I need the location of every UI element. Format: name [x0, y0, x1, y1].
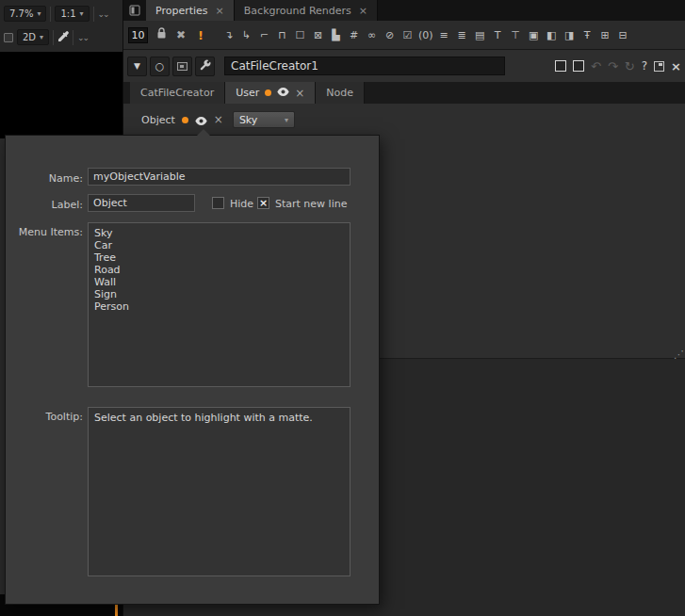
- glasses-off-icon[interactable]: ⊘: [383, 29, 397, 41]
- close-icon[interactable]: ×: [214, 113, 223, 126]
- panel-color-swatch[interactable]: [573, 60, 584, 72]
- orange-dot-icon[interactable]: [182, 117, 188, 123]
- tooltip-textarea[interactable]: Select an object to highlight with a mat…: [88, 407, 351, 576]
- object-dropdown[interactable]: Sky ▾: [233, 111, 295, 128]
- close-icon[interactable]: ×: [295, 87, 304, 100]
- hash-icon[interactable]: #: [347, 29, 361, 41]
- tab-properties[interactable]: Properties ×: [146, 0, 235, 21]
- view-mode-value: 2D: [23, 32, 36, 42]
- view-mode-select[interactable]: 2D ▾: [17, 29, 49, 45]
- collapse-chevrons-icon[interactable]: ⌄⌄: [98, 9, 108, 19]
- tab-label: Node: [326, 87, 353, 99]
- close-icon[interactable]: ×: [216, 5, 224, 17]
- float-panel-icon[interactable]: [654, 61, 664, 72]
- viewer-controls-row-2: 2D ▾ ⌄⌄: [2, 25, 121, 49]
- viewer-controls: 7.7% ▾ 1:1 ▾ ⌄⌄ 2D ▾ ⌄⌄: [0, 0, 122, 52]
- node-color-button[interactable]: [172, 57, 192, 76]
- align-justify-icon[interactable]: ≣: [455, 29, 469, 41]
- revert-icon[interactable]: ↻: [625, 59, 635, 73]
- tab-background-renders[interactable]: Background Renders ×: [235, 0, 378, 21]
- max-panels-field[interactable]: 10: [128, 27, 148, 43]
- eye-icon[interactable]: [277, 87, 289, 99]
- manage-knobs-button[interactable]: [195, 57, 215, 76]
- tab-catfilecreator[interactable]: CatFileCreator: [130, 82, 225, 104]
- transform-knob-icon[interactable]: ⊠: [311, 29, 325, 41]
- tab-right-icon[interactable]: ◨: [563, 29, 577, 41]
- node-name-input[interactable]: [224, 57, 505, 75]
- check-mark-icon: ×: [259, 198, 268, 208]
- redo-icon[interactable]: ↷: [608, 59, 618, 73]
- properties-toolbar: 10 ✖ ! ↴ ↳ ⌐ ⊓ ☐ ⊠ ▙ # ∞ ⊘ ☑ (0) ≡ ≣ ▤ T: [123, 21, 685, 50]
- close-all-icon[interactable]: ✖: [174, 28, 188, 41]
- viewer-mode-icon: [4, 33, 13, 42]
- panel-layout-icon[interactable]: [123, 0, 146, 21]
- zoom-value: 7.7%: [9, 8, 33, 19]
- tooltip-label: Tooltip:: [6, 411, 83, 423]
- tab-node[interactable]: Node: [316, 82, 365, 104]
- wrench-icon: [200, 59, 211, 73]
- glasses-icon[interactable]: ∞: [365, 29, 379, 41]
- panel-tab-bar: Properties × Background Renders ×: [123, 0, 685, 21]
- pulldown-knob-icon[interactable]: ↴: [221, 29, 236, 41]
- object-knob-row: Object × Sky ▾: [141, 110, 295, 129]
- separator: [93, 7, 94, 22]
- text-knob-icon[interactable]: T: [491, 29, 505, 41]
- layers-icon[interactable]: ▣: [527, 29, 541, 41]
- proxy-select[interactable]: 1:1 ▾: [55, 6, 89, 22]
- lock-icon[interactable]: [155, 27, 168, 42]
- color-swatch-icon: [177, 62, 188, 71]
- text-strike-icon[interactable]: Ŧ: [580, 29, 595, 41]
- nuke-properties-ui: 7.7% ▾ 1:1 ▾ ⌄⌄ 2D ▾ ⌄⌄: [0, 0, 685, 616]
- viewer-controls-row-1: 7.7% ▾ 1:1 ▾ ⌄⌄: [2, 2, 121, 25]
- textbox-knob-icon[interactable]: ⊤: [509, 29, 523, 41]
- array-knob-icon[interactable]: ⊓: [275, 29, 289, 41]
- tab-user[interactable]: User ×: [225, 82, 316, 104]
- text-lines-icon[interactable]: ▤: [473, 29, 487, 41]
- chevron-down-icon: ▾: [80, 9, 84, 18]
- tab-left-icon[interactable]: ◧: [545, 29, 559, 41]
- help-button[interactable]: ?: [642, 59, 647, 73]
- close-icon[interactable]: ×: [671, 59, 681, 73]
- label-label: Label:: [6, 199, 83, 211]
- name-label: Name:: [6, 172, 83, 185]
- collapse-chevrons-icon[interactable]: ⌄⌄: [77, 33, 88, 42]
- tab-label: CatFileCreator: [140, 87, 214, 99]
- node-color-swatch[interactable]: [555, 60, 566, 72]
- ramp-knob-icon[interactable]: ▙: [329, 29, 343, 41]
- expression-knob-icon[interactable]: (0): [418, 29, 433, 41]
- chevron-down-icon: ▾: [285, 116, 288, 124]
- tab-label: Properties: [155, 5, 208, 17]
- dotted-box-icon[interactable]: ☐: [293, 29, 307, 41]
- checkbox-knob-icon[interactable]: ☑: [400, 29, 415, 41]
- divider-knob-icon[interactable]: ⊟: [616, 29, 630, 41]
- zoom-select[interactable]: 7.7% ▾: [4, 6, 46, 22]
- node-panel-header: ▼ ○ ↶ ↷ ↻ ? ×: [127, 55, 681, 77]
- dropdown-value: Sky: [239, 114, 257, 126]
- input-knob-icon[interactable]: ↳: [239, 29, 253, 41]
- node-tab-bar: CatFileCreator User × Node: [123, 82, 685, 104]
- group-knob-icon[interactable]: ⊞: [598, 29, 612, 41]
- hide-checkbox[interactable]: [212, 197, 224, 209]
- eyedropper-icon[interactable]: [57, 28, 69, 46]
- axis-knob-icon[interactable]: ⌐: [257, 29, 271, 41]
- exclamation-icon[interactable]: !: [194, 28, 207, 42]
- orange-dot-icon[interactable]: [265, 89, 271, 96]
- separator: [50, 7, 51, 22]
- start-new-line-checkbox-label: Start new line: [275, 198, 347, 210]
- close-icon[interactable]: ×: [359, 5, 367, 17]
- knob-label-input[interactable]: [88, 194, 195, 212]
- knob-name-input[interactable]: [88, 168, 351, 186]
- node-indicator-button[interactable]: ○: [150, 57, 170, 76]
- viewer-area[interactable]: [0, 52, 122, 138]
- menu-items-textarea[interactable]: Sky Car Tree Road Wall Sign Person: [88, 222, 351, 387]
- separator: [53, 30, 54, 45]
- undo-icon[interactable]: ↶: [591, 59, 601, 73]
- start-new-line-checkbox[interactable]: ×: [257, 197, 269, 209]
- eye-icon[interactable]: [195, 111, 207, 129]
- chevron-down-icon: ▾: [40, 33, 43, 41]
- collapse-panel-button[interactable]: ▼: [127, 57, 147, 76]
- menu-items-label: Menu Items:: [6, 226, 83, 238]
- resize-grip[interactable]: ⋰: [674, 349, 684, 361]
- node-header-actions: ↶ ↷ ↻ ? ×: [555, 59, 681, 73]
- align-left-icon[interactable]: ≡: [437, 29, 451, 41]
